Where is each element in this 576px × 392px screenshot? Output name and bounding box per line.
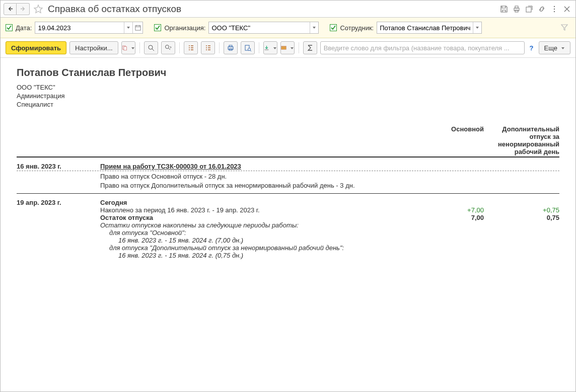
date-label: Дата: xyxy=(16,24,32,32)
expand-all-button[interactable] xyxy=(184,41,198,54)
send-mail-button[interactable] xyxy=(280,41,295,54)
filter-search-input[interactable] xyxy=(320,41,525,54)
emp-label: Сотрудник: xyxy=(340,24,374,32)
window-title: Справка об остатках отпусков xyxy=(48,4,181,15)
report-dept: Администрация xyxy=(17,92,559,100)
date-dropdown-button[interactable] xyxy=(124,22,132,33)
date-calendar-button[interactable] xyxy=(132,22,142,33)
sum-button[interactable] xyxy=(303,41,317,54)
more-actions-label: Еще xyxy=(544,44,557,52)
settings-button-label: Настройки... xyxy=(75,44,113,52)
date-input[interactable] xyxy=(35,22,124,33)
link-icon[interactable] xyxy=(536,4,547,15)
new-window-icon[interactable] xyxy=(524,4,535,15)
variants-button[interactable] xyxy=(121,41,135,54)
column-header-main: Основной xyxy=(434,125,484,156)
svg-rect-7 xyxy=(135,26,140,30)
print-preview-button[interactable] xyxy=(241,41,255,54)
filter-funnel-icon[interactable] xyxy=(560,23,568,33)
save-disk-icon[interactable] xyxy=(498,4,510,15)
period-extra-label: для отпуска "Дополнительный отпуск за не… xyxy=(109,244,559,252)
print-button[interactable] xyxy=(224,41,238,54)
accrued-label: Накоплено за период 16 янв. 2023 г. - 19… xyxy=(100,206,434,214)
balance-label: Остаток отпуска xyxy=(100,214,434,221)
close-icon[interactable] xyxy=(561,4,572,15)
svg-point-5 xyxy=(554,8,555,9)
balance-value-extra: 0,75 xyxy=(484,214,559,221)
column-header-extra: Дополнительный отпуск за ненормированный… xyxy=(484,125,559,156)
find-next-button[interactable] xyxy=(161,41,175,54)
svg-rect-3 xyxy=(526,7,531,12)
org-label: Организация: xyxy=(164,24,205,32)
accrued-value-main: +7,00 xyxy=(434,206,484,214)
filter-bar: Дата: Организация: Сотрудник: xyxy=(1,18,575,38)
print-icon[interactable] xyxy=(511,4,522,15)
date-checkbox[interactable] xyxy=(6,24,13,31)
svg-point-6 xyxy=(554,11,555,12)
nav-forward-button[interactable] xyxy=(17,3,30,15)
svg-rect-1 xyxy=(515,6,518,8)
today-date: 19 апр. 2023 г. xyxy=(17,199,100,206)
report-post: Специалист xyxy=(17,101,559,108)
report-employee-title: Потапов Станислав Петрович xyxy=(17,67,559,79)
svg-rect-9 xyxy=(124,47,127,50)
today-label: Сегодня xyxy=(100,199,559,206)
emp-dropdown-button[interactable] xyxy=(473,22,481,33)
svg-point-10 xyxy=(149,45,153,49)
periods-heading: Остатки отпусков накоплены за следующие … xyxy=(100,221,559,229)
run-report-button[interactable]: Сформировать xyxy=(6,41,66,54)
hire-right-main: Право на отпуск Основной отпуск - 28 дн. xyxy=(100,173,559,180)
balance-value-main: 7,00 xyxy=(434,214,484,221)
hire-right-extra: Право на отпуск Дополнительный отпуск за… xyxy=(100,182,559,189)
accrued-value-extra: +0,75 xyxy=(484,206,559,214)
period-extra-range: 16 янв. 2023 г. - 15 янв. 2024 г. (0,75 … xyxy=(118,252,559,259)
help-button[interactable]: ? xyxy=(528,44,536,52)
save-as-button[interactable] xyxy=(263,41,277,54)
report-body: Потапов Станислав Петрович ООО "ТЕКС" Ад… xyxy=(3,63,568,373)
svg-point-16 xyxy=(248,48,250,51)
org-input[interactable] xyxy=(209,22,310,33)
org-checkbox[interactable] xyxy=(154,24,161,31)
favorite-star-icon[interactable] xyxy=(33,4,43,14)
settings-button[interactable]: Настройки... xyxy=(69,41,118,54)
nav-back-button[interactable] xyxy=(4,3,17,15)
emp-checkbox[interactable] xyxy=(330,24,337,31)
collapse-all-button[interactable] xyxy=(201,41,215,54)
org-dropdown-button[interactable] xyxy=(310,22,318,33)
report-viewport[interactable]: Потапов Станислав Петрович ООО "ТЕКС" Ад… xyxy=(1,58,575,391)
emp-input[interactable] xyxy=(377,22,473,33)
period-main-label: для отпуска "Основной": xyxy=(109,229,559,237)
toolbar: Сформировать Настройки... xyxy=(1,38,575,58)
hire-document-link[interactable]: Прием на работу ТСЗК-000030 от 16.01.202… xyxy=(100,163,559,170)
hire-date: 16 янв. 2023 г. xyxy=(17,163,100,170)
report-org: ООО "ТЕКС" xyxy=(17,84,559,91)
more-menu-icon[interactable] xyxy=(549,4,560,15)
period-main-range: 16 янв. 2023 г. - 15 янв. 2024 г. (7,00 … xyxy=(118,237,559,244)
find-button[interactable] xyxy=(144,41,158,54)
svg-point-4 xyxy=(554,6,555,7)
more-actions-button[interactable]: Еще xyxy=(539,41,570,54)
svg-point-11 xyxy=(165,45,169,49)
svg-rect-13 xyxy=(229,45,232,47)
